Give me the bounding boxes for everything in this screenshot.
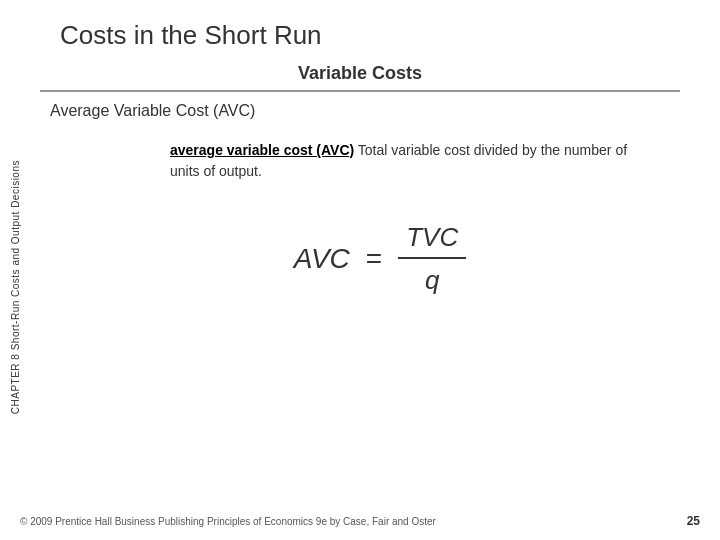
- formula-equals: =: [366, 243, 382, 275]
- formula-container: AVC = TVC q: [100, 222, 660, 296]
- formula-numerator: TVC: [398, 222, 466, 259]
- definition-term: average variable cost (AVC): [170, 142, 354, 158]
- page-container: Costs in the Short Run Variable Costs Av…: [0, 0, 720, 540]
- subsection-title: Average Variable Cost (AVC): [50, 102, 680, 120]
- footer: © 2009 Prentice Hall Business Publishing…: [0, 514, 720, 528]
- formula-denominator: q: [417, 261, 447, 296]
- divider: [40, 90, 680, 92]
- formula-lhs: AVC: [294, 243, 350, 275]
- main-title: Costs in the Short Run: [60, 20, 680, 51]
- sidebar-label: CHAPTER 8 Short-Run Costs and Output Dec…: [10, 160, 21, 414]
- footer-copyright: © 2009 Prentice Hall Business Publishing…: [20, 516, 436, 527]
- footer-page-number: 25: [687, 514, 700, 528]
- definition-text: average variable cost (AVC) Total variab…: [170, 140, 650, 182]
- section-title: Variable Costs: [40, 63, 680, 84]
- formula-fraction: TVC q: [398, 222, 466, 296]
- content-area: average variable cost (AVC) Total variab…: [40, 140, 680, 296]
- formula: AVC = TVC q: [294, 222, 466, 296]
